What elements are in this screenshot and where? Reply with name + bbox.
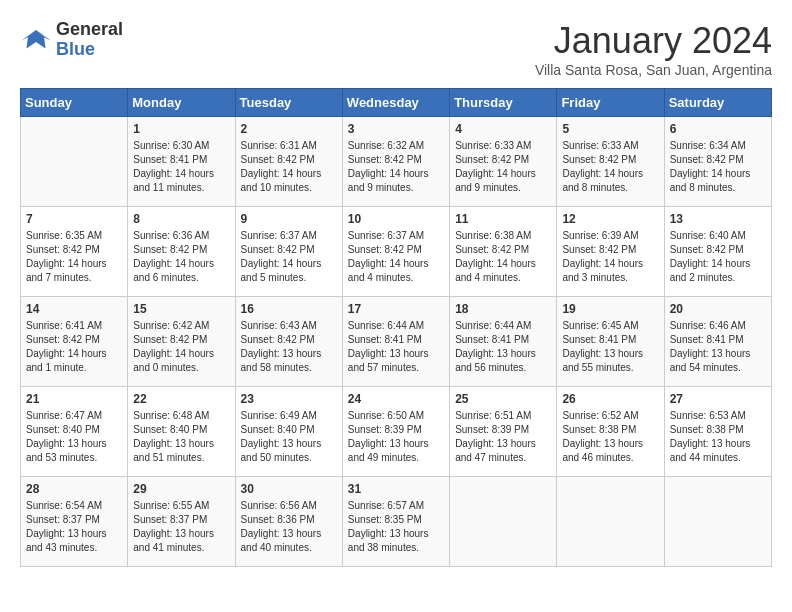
day-info: Sunrise: 6:42 AM Sunset: 8:42 PM Dayligh… [133, 319, 229, 375]
header-cell-sunday: Sunday [21, 89, 128, 117]
day-info: Sunrise: 6:37 AM Sunset: 8:42 PM Dayligh… [241, 229, 337, 285]
calendar-cell: 8Sunrise: 6:36 AM Sunset: 8:42 PM Daylig… [128, 207, 235, 297]
day-number: 9 [241, 212, 337, 226]
day-info: Sunrise: 6:53 AM Sunset: 8:38 PM Dayligh… [670, 409, 766, 465]
calendar-row: 7Sunrise: 6:35 AM Sunset: 8:42 PM Daylig… [21, 207, 772, 297]
day-info: Sunrise: 6:41 AM Sunset: 8:42 PM Dayligh… [26, 319, 122, 375]
header-cell-wednesday: Wednesday [342, 89, 449, 117]
day-info: Sunrise: 6:32 AM Sunset: 8:42 PM Dayligh… [348, 139, 444, 195]
page-header: General Blue January 2024 Villa Santa Ro… [20, 20, 772, 78]
header-cell-friday: Friday [557, 89, 664, 117]
day-number: 2 [241, 122, 337, 136]
day-number: 22 [133, 392, 229, 406]
calendar-cell: 21Sunrise: 6:47 AM Sunset: 8:40 PM Dayli… [21, 387, 128, 477]
calendar-cell: 12Sunrise: 6:39 AM Sunset: 8:42 PM Dayli… [557, 207, 664, 297]
day-info: Sunrise: 6:46 AM Sunset: 8:41 PM Dayligh… [670, 319, 766, 375]
day-number: 28 [26, 482, 122, 496]
calendar-cell: 25Sunrise: 6:51 AM Sunset: 8:39 PM Dayli… [450, 387, 557, 477]
day-info: Sunrise: 6:33 AM Sunset: 8:42 PM Dayligh… [562, 139, 658, 195]
header-cell-saturday: Saturday [664, 89, 771, 117]
day-number: 11 [455, 212, 551, 226]
day-info: Sunrise: 6:36 AM Sunset: 8:42 PM Dayligh… [133, 229, 229, 285]
day-info: Sunrise: 6:51 AM Sunset: 8:39 PM Dayligh… [455, 409, 551, 465]
calendar-cell: 29Sunrise: 6:55 AM Sunset: 8:37 PM Dayli… [128, 477, 235, 567]
day-number: 23 [241, 392, 337, 406]
day-info: Sunrise: 6:35 AM Sunset: 8:42 PM Dayligh… [26, 229, 122, 285]
day-number: 13 [670, 212, 766, 226]
logo-icon [20, 26, 52, 54]
day-info: Sunrise: 6:40 AM Sunset: 8:42 PM Dayligh… [670, 229, 766, 285]
calendar-cell: 19Sunrise: 6:45 AM Sunset: 8:41 PM Dayli… [557, 297, 664, 387]
calendar-cell: 16Sunrise: 6:43 AM Sunset: 8:42 PM Dayli… [235, 297, 342, 387]
month-title: January 2024 [535, 20, 772, 62]
day-info: Sunrise: 6:30 AM Sunset: 8:41 PM Dayligh… [133, 139, 229, 195]
day-number: 17 [348, 302, 444, 316]
calendar-cell: 23Sunrise: 6:49 AM Sunset: 8:40 PM Dayli… [235, 387, 342, 477]
calendar-cell: 4Sunrise: 6:33 AM Sunset: 8:42 PM Daylig… [450, 117, 557, 207]
day-info: Sunrise: 6:54 AM Sunset: 8:37 PM Dayligh… [26, 499, 122, 555]
day-number: 4 [455, 122, 551, 136]
calendar-cell: 7Sunrise: 6:35 AM Sunset: 8:42 PM Daylig… [21, 207, 128, 297]
calendar-cell: 24Sunrise: 6:50 AM Sunset: 8:39 PM Dayli… [342, 387, 449, 477]
calendar-cell: 28Sunrise: 6:54 AM Sunset: 8:37 PM Dayli… [21, 477, 128, 567]
calendar-cell: 14Sunrise: 6:41 AM Sunset: 8:42 PM Dayli… [21, 297, 128, 387]
day-number: 16 [241, 302, 337, 316]
calendar-row: 28Sunrise: 6:54 AM Sunset: 8:37 PM Dayli… [21, 477, 772, 567]
day-number: 29 [133, 482, 229, 496]
calendar-row: 14Sunrise: 6:41 AM Sunset: 8:42 PM Dayli… [21, 297, 772, 387]
day-info: Sunrise: 6:50 AM Sunset: 8:39 PM Dayligh… [348, 409, 444, 465]
header-cell-tuesday: Tuesday [235, 89, 342, 117]
calendar-cell [557, 477, 664, 567]
calendar-cell: 15Sunrise: 6:42 AM Sunset: 8:42 PM Dayli… [128, 297, 235, 387]
day-number: 18 [455, 302, 551, 316]
day-number: 27 [670, 392, 766, 406]
calendar-cell: 11Sunrise: 6:38 AM Sunset: 8:42 PM Dayli… [450, 207, 557, 297]
calendar-cell: 26Sunrise: 6:52 AM Sunset: 8:38 PM Dayli… [557, 387, 664, 477]
calendar-cell: 27Sunrise: 6:53 AM Sunset: 8:38 PM Dayli… [664, 387, 771, 477]
calendar-cell: 6Sunrise: 6:34 AM Sunset: 8:42 PM Daylig… [664, 117, 771, 207]
day-number: 14 [26, 302, 122, 316]
calendar-cell: 10Sunrise: 6:37 AM Sunset: 8:42 PM Dayli… [342, 207, 449, 297]
calendar-table: SundayMondayTuesdayWednesdayThursdayFrid… [20, 88, 772, 567]
calendar-cell: 2Sunrise: 6:31 AM Sunset: 8:42 PM Daylig… [235, 117, 342, 207]
svg-marker-0 [22, 30, 51, 48]
calendar-cell: 30Sunrise: 6:56 AM Sunset: 8:36 PM Dayli… [235, 477, 342, 567]
header-cell-monday: Monday [128, 89, 235, 117]
day-info: Sunrise: 6:48 AM Sunset: 8:40 PM Dayligh… [133, 409, 229, 465]
day-info: Sunrise: 6:33 AM Sunset: 8:42 PM Dayligh… [455, 139, 551, 195]
day-info: Sunrise: 6:52 AM Sunset: 8:38 PM Dayligh… [562, 409, 658, 465]
day-number: 15 [133, 302, 229, 316]
calendar-header-row: SundayMondayTuesdayWednesdayThursdayFrid… [21, 89, 772, 117]
day-info: Sunrise: 6:45 AM Sunset: 8:41 PM Dayligh… [562, 319, 658, 375]
calendar-cell [664, 477, 771, 567]
calendar-cell: 13Sunrise: 6:40 AM Sunset: 8:42 PM Dayli… [664, 207, 771, 297]
day-info: Sunrise: 6:44 AM Sunset: 8:41 PM Dayligh… [455, 319, 551, 375]
calendar-cell [450, 477, 557, 567]
day-info: Sunrise: 6:38 AM Sunset: 8:42 PM Dayligh… [455, 229, 551, 285]
day-info: Sunrise: 6:44 AM Sunset: 8:41 PM Dayligh… [348, 319, 444, 375]
header-cell-thursday: Thursday [450, 89, 557, 117]
day-info: Sunrise: 6:47 AM Sunset: 8:40 PM Dayligh… [26, 409, 122, 465]
calendar-cell: 5Sunrise: 6:33 AM Sunset: 8:42 PM Daylig… [557, 117, 664, 207]
day-number: 8 [133, 212, 229, 226]
day-info: Sunrise: 6:34 AM Sunset: 8:42 PM Dayligh… [670, 139, 766, 195]
day-number: 10 [348, 212, 444, 226]
day-number: 1 [133, 122, 229, 136]
day-info: Sunrise: 6:31 AM Sunset: 8:42 PM Dayligh… [241, 139, 337, 195]
day-number: 19 [562, 302, 658, 316]
day-number: 31 [348, 482, 444, 496]
day-number: 25 [455, 392, 551, 406]
calendar-row: 1Sunrise: 6:30 AM Sunset: 8:41 PM Daylig… [21, 117, 772, 207]
logo-text: General Blue [56, 20, 123, 60]
day-number: 24 [348, 392, 444, 406]
day-number: 3 [348, 122, 444, 136]
day-info: Sunrise: 6:43 AM Sunset: 8:42 PM Dayligh… [241, 319, 337, 375]
location-subtitle: Villa Santa Rosa, San Juan, Argentina [535, 62, 772, 78]
title-block: January 2024 Villa Santa Rosa, San Juan,… [535, 20, 772, 78]
calendar-cell: 20Sunrise: 6:46 AM Sunset: 8:41 PM Dayli… [664, 297, 771, 387]
day-info: Sunrise: 6:49 AM Sunset: 8:40 PM Dayligh… [241, 409, 337, 465]
day-info: Sunrise: 6:39 AM Sunset: 8:42 PM Dayligh… [562, 229, 658, 285]
calendar-cell: 31Sunrise: 6:57 AM Sunset: 8:35 PM Dayli… [342, 477, 449, 567]
day-number: 26 [562, 392, 658, 406]
day-number: 12 [562, 212, 658, 226]
